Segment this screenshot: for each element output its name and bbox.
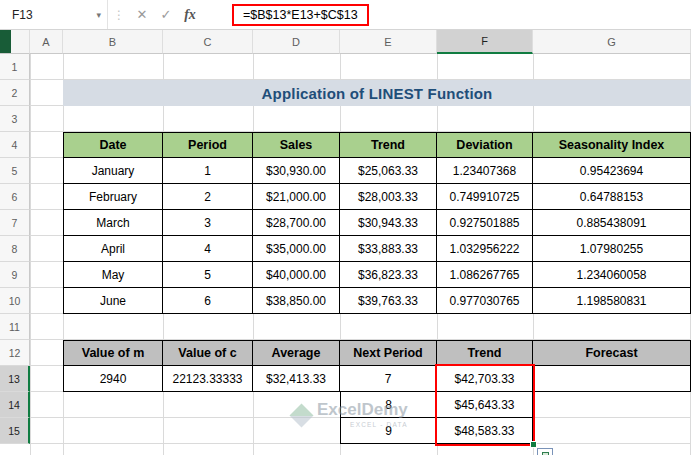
cell-C8[interactable]: 4 bbox=[163, 236, 253, 262]
cell-C9[interactable]: 5 bbox=[163, 262, 253, 288]
row-header-7[interactable]: 7 bbox=[0, 210, 30, 236]
cell-D13[interactable]: $32,413.33 bbox=[253, 366, 340, 392]
autofill-options-button[interactable] bbox=[537, 448, 553, 455]
spreadsheet-grid: A B C D E F G 1 2 3 4 5 6 7 8 9 10 11 12… bbox=[0, 30, 691, 455]
cell-D10[interactable]: $38,850.00 bbox=[253, 288, 340, 314]
row-header-9[interactable]: 9 bbox=[0, 262, 30, 288]
cell-B12[interactable]: Value of m bbox=[63, 340, 163, 366]
cell-F12[interactable]: Trend bbox=[437, 340, 533, 366]
fill-handle[interactable] bbox=[530, 441, 537, 448]
cell-F6[interactable]: 0.749910725 bbox=[437, 184, 533, 210]
row-header-1[interactable]: 1 bbox=[0, 54, 30, 80]
cell-G13[interactable] bbox=[533, 366, 691, 392]
cell-D8[interactable]: $35,000.00 bbox=[253, 236, 340, 262]
formula-bar: F13 ▾ ⋮ ✕ ✓ fx =$B$13*E13+$C$13 bbox=[0, 0, 691, 30]
row-header-10[interactable]: 10 bbox=[0, 288, 30, 314]
cell-C13[interactable]: 22123.33333 bbox=[163, 366, 253, 392]
cell-F7[interactable]: 0.927501885 bbox=[437, 210, 533, 236]
column-header-F[interactable]: F bbox=[437, 30, 533, 54]
cell-F10[interactable]: 0.977030765 bbox=[437, 288, 533, 314]
cell-G7[interactable]: 0.885438091 bbox=[533, 210, 691, 236]
cell-B10[interactable]: June bbox=[63, 288, 163, 314]
column-header-G[interactable]: G bbox=[533, 30, 691, 54]
cell-E7[interactable]: $30,943.33 bbox=[340, 210, 437, 236]
cell-G4[interactable]: Seasonality Index bbox=[533, 132, 691, 158]
insert-function-icon[interactable]: fx bbox=[178, 7, 202, 23]
row-header-12[interactable]: 12 bbox=[0, 340, 30, 366]
cell-C5[interactable]: 1 bbox=[163, 158, 253, 184]
cell-G5[interactable]: 0.95423694 bbox=[533, 158, 691, 184]
cell-E5[interactable]: $25,063.33 bbox=[340, 158, 437, 184]
cell-E15[interactable]: 9 bbox=[340, 418, 437, 444]
cell-G8[interactable]: 1.07980255 bbox=[533, 236, 691, 262]
cell-B5[interactable]: January bbox=[63, 158, 163, 184]
cell-B9[interactable]: May bbox=[63, 262, 163, 288]
excel-accent-block bbox=[0, 30, 11, 53]
cell-B6[interactable]: February bbox=[63, 184, 163, 210]
cell-F14[interactable]: $45,643.33 bbox=[437, 392, 533, 418]
row-header-11[interactable]: 11 bbox=[0, 314, 30, 340]
cell-D7[interactable]: $28,700.00 bbox=[253, 210, 340, 236]
cell-E13[interactable]: 7 bbox=[340, 366, 437, 392]
cell-D4[interactable]: Sales bbox=[253, 132, 340, 158]
chevron-down-icon[interactable]: ▾ bbox=[96, 10, 101, 20]
cell-E9[interactable]: $36,823.33 bbox=[340, 262, 437, 288]
cell-B7[interactable]: March bbox=[63, 210, 163, 236]
cell-G10[interactable]: 1.198580831 bbox=[533, 288, 691, 314]
cell-D9[interactable]: $40,000.00 bbox=[253, 262, 340, 288]
cell-B8[interactable]: April bbox=[63, 236, 163, 262]
row-header-15[interactable]: 15 bbox=[0, 418, 30, 444]
cell-G6[interactable]: 0.64788153 bbox=[533, 184, 691, 210]
column-header-A[interactable]: A bbox=[30, 30, 63, 54]
cell-F9[interactable]: 1.086267765 bbox=[437, 262, 533, 288]
row-header-4[interactable]: 4 bbox=[0, 132, 30, 158]
cell-F8[interactable]: 1.032956222 bbox=[437, 236, 533, 262]
cell-D5[interactable]: $30,930.00 bbox=[253, 158, 340, 184]
row-header-3[interactable]: 3 bbox=[0, 106, 30, 132]
cell-E4[interactable]: Trend bbox=[340, 132, 437, 158]
cell-F13[interactable]: $42,703.33 bbox=[437, 366, 533, 392]
column-header-C[interactable]: C bbox=[163, 30, 253, 54]
cell-F15[interactable]: $48,583.33 bbox=[437, 418, 533, 444]
row-header-5[interactable]: 5 bbox=[0, 158, 30, 184]
cell-C12[interactable]: Value of c bbox=[163, 340, 253, 366]
name-box[interactable]: F13 ▾ bbox=[0, 0, 108, 29]
cell-F4[interactable]: Deviation bbox=[437, 132, 533, 158]
cell-E8[interactable]: $33,883.33 bbox=[340, 236, 437, 262]
column-header-D[interactable]: D bbox=[253, 30, 340, 54]
cell-D6[interactable]: $21,000.00 bbox=[253, 184, 340, 210]
cancel-icon[interactable]: ✕ bbox=[130, 7, 154, 22]
cell-C4[interactable]: Period bbox=[163, 132, 253, 158]
enter-icon[interactable]: ✓ bbox=[154, 7, 178, 22]
row-header-14[interactable]: 14 bbox=[0, 392, 30, 418]
row-header-6[interactable]: 6 bbox=[0, 184, 30, 210]
row-header-8[interactable]: 8 bbox=[0, 236, 30, 262]
cell-D12[interactable]: Average bbox=[253, 340, 340, 366]
formula-text: =$B$13*E13+$C$13 bbox=[243, 8, 358, 22]
name-box-value: F13 bbox=[12, 8, 33, 22]
cell-B13[interactable]: 2940 bbox=[63, 366, 163, 392]
cell-E6[interactable]: $28,003.33 bbox=[340, 184, 437, 210]
row-header-13[interactable]: 13 bbox=[0, 366, 30, 392]
cell-E14[interactable]: 8 bbox=[340, 392, 437, 418]
cell-C10[interactable]: 6 bbox=[163, 288, 253, 314]
column-header-B[interactable]: B bbox=[63, 30, 163, 54]
cell-G9[interactable]: 1.234060058 bbox=[533, 262, 691, 288]
cell-B4[interactable]: Date bbox=[63, 132, 163, 158]
cell-E10[interactable]: $39,763.33 bbox=[340, 288, 437, 314]
formula-input[interactable]: =$B$13*E13+$C$13 bbox=[232, 4, 369, 26]
cell-C6[interactable]: 2 bbox=[163, 184, 253, 210]
sheet-title[interactable]: Application of LINEST Function bbox=[63, 80, 691, 106]
select-all-corner[interactable] bbox=[0, 30, 30, 54]
row-header-2[interactable]: 2 bbox=[0, 80, 30, 106]
gridline bbox=[30, 54, 31, 455]
drag-handle-icon: ⋮ bbox=[108, 8, 130, 22]
cell-C7[interactable]: 3 bbox=[163, 210, 253, 236]
cell-F5[interactable]: 1.23407368 bbox=[437, 158, 533, 184]
column-header-E[interactable]: E bbox=[340, 30, 437, 54]
cell-E12[interactable]: Next Period bbox=[340, 340, 437, 366]
cell-G12[interactable]: Forecast bbox=[533, 340, 691, 366]
